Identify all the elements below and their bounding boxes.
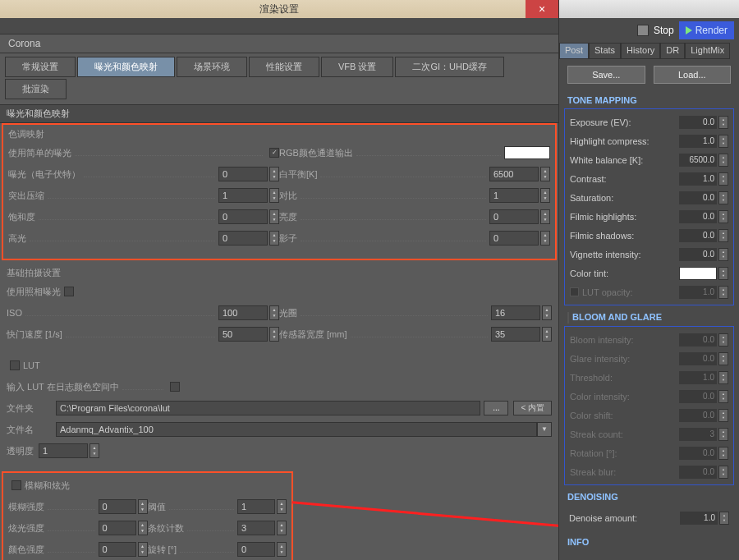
spin-threshold-r[interactable] bbox=[718, 371, 728, 384]
val-lut-opacity[interactable]: 1.0 bbox=[679, 286, 717, 299]
val-denoise-amount[interactable]: 1.0 bbox=[680, 512, 718, 525]
input-contrast[interactable]: 1 bbox=[489, 188, 539, 203]
spinner-contrast[interactable] bbox=[540, 188, 550, 203]
inner-lut-button[interactable]: < 内置 bbox=[513, 401, 552, 415]
val-contrast[interactable]: 1.0 bbox=[679, 172, 717, 186]
spin-filmic-shadows[interactable] bbox=[718, 229, 728, 242]
tab-performance[interactable]: 性能设置 bbox=[249, 57, 319, 77]
checkbox-use-camera-exposure[interactable] bbox=[64, 287, 74, 296]
spinner-iso[interactable] bbox=[269, 305, 279, 320]
checkbox-stop-lock[interactable] bbox=[637, 25, 649, 36]
checkbox-lut-log[interactable] bbox=[170, 382, 180, 392]
stop-button[interactable]: Stop bbox=[654, 25, 674, 36]
spin-highlight-compress[interactable] bbox=[718, 135, 728, 148]
spinner-brightness[interactable] bbox=[540, 209, 550, 224]
spinner-shutter[interactable] bbox=[269, 327, 279, 342]
input-iso[interactable]: 100 bbox=[218, 305, 268, 320]
spin-saturation[interactable] bbox=[718, 191, 728, 204]
checkbox-lut-opacity[interactable] bbox=[570, 287, 579, 296]
render-button[interactable]: Render bbox=[679, 21, 734, 39]
spin-rotation-r[interactable] bbox=[718, 447, 728, 460]
tab-history[interactable]: History bbox=[621, 43, 660, 59]
swatch-color-tint[interactable] bbox=[679, 267, 717, 280]
tab-stats[interactable]: Stats bbox=[589, 43, 621, 59]
spin-color-intensity-r[interactable] bbox=[718, 390, 728, 403]
spinner-exposure-ev[interactable] bbox=[269, 167, 279, 181]
input-threshold[interactable]: 1 bbox=[237, 499, 275, 514]
input-lut-folder[interactable]: C:\Program Files\corona\lut bbox=[56, 401, 480, 415]
spin-filmic-highlights[interactable] bbox=[718, 210, 728, 223]
val-vignette[interactable]: 0.0 bbox=[679, 248, 717, 261]
input-color-intensity[interactable]: 0 bbox=[99, 542, 136, 557]
input-sensor[interactable]: 35 bbox=[491, 327, 540, 342]
spinner-aperture[interactable] bbox=[542, 305, 552, 320]
spin-contrast[interactable] bbox=[718, 172, 728, 186]
input-blur-intensity[interactable]: 0 bbox=[99, 499, 136, 514]
input-brightness[interactable]: 0 bbox=[489, 209, 539, 224]
val-streak-count-r[interactable]: 3 bbox=[679, 428, 717, 441]
val-glare-intensity-r[interactable]: 0.0 bbox=[679, 352, 717, 365]
spinner-rotation[interactable] bbox=[277, 542, 287, 557]
val-exposure-ev[interactable]: 0.0 bbox=[679, 116, 717, 129]
spin-vignette[interactable] bbox=[718, 248, 728, 261]
spin-white-balance[interactable] bbox=[718, 154, 728, 167]
spinner-blur-intensity[interactable] bbox=[138, 499, 148, 514]
tab-lightmix[interactable]: LightMix bbox=[685, 43, 730, 59]
input-lut-opacity[interactable]: 1 bbox=[39, 443, 88, 458]
tab-dr[interactable]: DR bbox=[660, 43, 685, 59]
save-button[interactable]: Save... bbox=[567, 66, 645, 84]
val-color-intensity-r[interactable]: 0.0 bbox=[679, 390, 717, 403]
browse-button[interactable]: ... bbox=[484, 401, 508, 415]
val-color-shift-r[interactable]: 0.0 bbox=[679, 409, 717, 422]
spinner-shadow[interactable] bbox=[540, 231, 550, 246]
spinner-highlight-compress[interactable] bbox=[269, 188, 279, 203]
val-threshold-r[interactable]: 1.0 bbox=[679, 371, 717, 384]
val-rotation-r[interactable]: 0.0 bbox=[679, 447, 717, 460]
val-saturation[interactable]: 0.0 bbox=[679, 191, 717, 204]
val-highlight-compress[interactable]: 1.0 bbox=[679, 135, 717, 148]
tab-vfb[interactable]: VFB 设置 bbox=[321, 57, 393, 77]
val-bloom-intensity[interactable]: 0.0 bbox=[679, 333, 717, 347]
val-white-balance[interactable]: 6500.0 bbox=[679, 154, 717, 167]
input-glare-intensity[interactable]: 0 bbox=[99, 521, 136, 535]
input-saturation[interactable]: 0 bbox=[218, 209, 268, 224]
input-white-balance[interactable]: 6500 bbox=[489, 167, 539, 181]
spin-exposure-ev[interactable] bbox=[718, 116, 728, 129]
close-button[interactable]: × bbox=[526, 0, 558, 18]
val-streak-blur-r[interactable]: 0.0 bbox=[679, 466, 717, 479]
checkbox-simple-exposure[interactable] bbox=[269, 148, 279, 158]
spinner-sensor[interactable] bbox=[542, 327, 552, 342]
spin-streak-count-r[interactable] bbox=[718, 428, 728, 441]
spin-streak-blur-r[interactable] bbox=[718, 466, 728, 479]
spinner-glare-intensity[interactable] bbox=[138, 521, 148, 535]
input-highlight-compress[interactable]: 1 bbox=[218, 188, 268, 203]
spin-glare-intensity-r[interactable] bbox=[718, 352, 728, 365]
spinner-lut-opacity[interactable] bbox=[90, 443, 99, 458]
tab-general[interactable]: 常规设置 bbox=[5, 57, 76, 77]
swatch-rgb-output[interactable] bbox=[504, 146, 550, 159]
dropdown-lut-file[interactable]: ▼ bbox=[537, 422, 552, 437]
tab-batch[interactable]: 批渲染 bbox=[5, 79, 67, 99]
tab-gi[interactable]: 二次GI：UHD缓存 bbox=[395, 57, 503, 77]
checkbox-blur-glare[interactable] bbox=[11, 480, 21, 490]
input-lut-file[interactable]: Adanmq_Advantix_100 bbox=[56, 422, 537, 437]
input-exposure-ev[interactable]: 0 bbox=[218, 167, 268, 181]
val-filmic-highlights[interactable]: 0.0 bbox=[679, 210, 717, 223]
input-rotation[interactable]: 0 bbox=[237, 542, 275, 557]
spin-denoise-amount[interactable] bbox=[719, 512, 729, 525]
spin-color-shift-r[interactable] bbox=[718, 409, 728, 422]
spinner-threshold[interactable] bbox=[277, 499, 287, 514]
input-shadow[interactable]: 0 bbox=[489, 231, 539, 246]
tab-post[interactable]: Post bbox=[559, 43, 589, 59]
spinner-saturation[interactable] bbox=[269, 209, 279, 224]
input-highlight[interactable]: 0 bbox=[218, 231, 268, 246]
spinner-streak-count[interactable] bbox=[277, 521, 287, 535]
spinner-color-intensity[interactable] bbox=[138, 542, 148, 557]
spinner-white-balance[interactable] bbox=[540, 167, 550, 181]
input-streak-count[interactable]: 3 bbox=[237, 521, 275, 535]
tab-scene[interactable]: 场景环境 bbox=[177, 57, 247, 77]
input-aperture[interactable]: 16 bbox=[491, 305, 540, 320]
spin-lut-opacity[interactable] bbox=[718, 286, 728, 299]
checkbox-bloom-enable[interactable] bbox=[567, 312, 569, 324]
spin-bloom-intensity[interactable] bbox=[718, 333, 728, 347]
